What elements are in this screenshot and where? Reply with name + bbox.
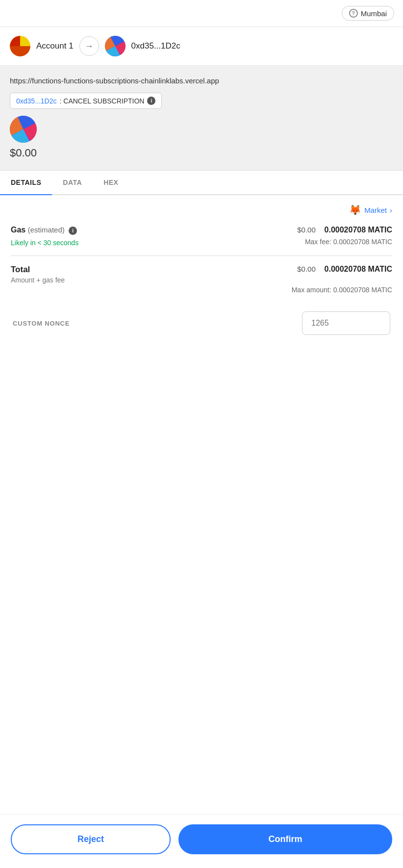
top-bar: ? Mumbai: [0, 0, 403, 27]
max-amount-row: Max amount: 0.00020708 MATIC: [11, 286, 392, 294]
token-avatar: [10, 116, 37, 143]
total-matic: 0.00020708 MATIC: [325, 265, 392, 273]
total-usd: $0.00: [297, 265, 316, 273]
fox-icon: 🦊: [349, 204, 361, 216]
max-fee-value: 0.00020708 MATIC: [333, 238, 392, 246]
total-label-group: Total Amount + gas fee: [11, 265, 65, 284]
tab-details[interactable]: DETAILS: [0, 171, 52, 194]
site-url: https://functions-functions-subscription…: [10, 76, 393, 86]
info-section: https://functions-functions-subscription…: [0, 66, 403, 171]
help-icon: ?: [349, 9, 358, 18]
network-badge[interactable]: ? Mumbai: [342, 6, 394, 21]
max-amount-label: Max amount:: [292, 286, 331, 294]
market-label: Market: [364, 206, 387, 214]
gas-matic: 0.00020708 MATIC: [325, 226, 392, 234]
nonce-section: CUSTOM NONCE: [11, 311, 392, 335]
custom-nonce-label: CUSTOM NONCE: [13, 320, 70, 327]
network-label: Mumbai: [361, 9, 387, 18]
divider: [11, 255, 392, 256]
arrow-circle: →: [79, 36, 99, 56]
contract-action: : CANCEL SUBSCRIPTION: [60, 97, 145, 105]
bottom-bar: Reject Confirm: [0, 814, 403, 868]
total-sub-label: Amount + gas fee: [11, 276, 65, 284]
tab-data[interactable]: DATA: [52, 171, 93, 194]
tab-hex[interactable]: HEX: [93, 171, 129, 194]
token-display: $0.00: [10, 116, 393, 159]
gas-usd: $0.00: [297, 226, 316, 234]
gas-label-group: Gas (estimated) i: [11, 226, 77, 235]
gas-label: Gas: [11, 226, 25, 234]
gas-sub-label: (estimated): [28, 226, 65, 234]
bottom-spacer: [0, 344, 403, 403]
nonce-input[interactable]: [302, 311, 390, 335]
market-chevron-icon: ›: [390, 206, 392, 214]
likely-text: Likely in < 30 seconds: [11, 239, 78, 247]
gas-row: Gas (estimated) i $0.00 0.00020708 MATIC: [11, 226, 392, 235]
gas-info-icon[interactable]: i: [69, 227, 77, 235]
from-account-name: Account 1: [36, 41, 74, 51]
reject-button[interactable]: Reject: [11, 824, 171, 854]
arrow-icon: →: [85, 41, 94, 51]
max-amount-value: 0.00020708 MATIC: [333, 286, 392, 294]
total-row: Total Amount + gas fee $0.00 0.00020708 …: [11, 265, 392, 284]
gas-values: $0.00 0.00020708 MATIC: [297, 226, 392, 234]
likely-row: Likely in < 30 seconds Max fee: 0.000207…: [11, 237, 392, 247]
details-section: 🦊 Market › Gas (estimated) i $0.00 0.000…: [0, 195, 403, 344]
max-fee-label: Max fee:: [305, 238, 331, 246]
token-value: $0.00: [10, 147, 393, 159]
contract-badge[interactable]: 0xd35...1D2c : CANCEL SUBSCRIPTION i: [10, 93, 162, 109]
account-row: Account 1 → 0xd35...1D2c: [0, 27, 403, 66]
to-address: 0xd35...1D2c: [131, 41, 180, 51]
total-label: Total: [11, 265, 65, 275]
market-link[interactable]: 🦊 Market ›: [11, 204, 392, 216]
confirm-button[interactable]: Confirm: [178, 824, 392, 854]
contract-info-icon[interactable]: i: [147, 97, 155, 105]
from-avatar: [10, 36, 30, 56]
tabs: DETAILS DATA HEX: [0, 171, 403, 195]
max-fee-row: Max fee: 0.00020708 MATIC: [305, 238, 392, 246]
contract-address: 0xd35...1D2c: [16, 97, 57, 105]
to-avatar: [105, 36, 126, 56]
total-values: $0.00 0.00020708 MATIC: [297, 265, 392, 274]
